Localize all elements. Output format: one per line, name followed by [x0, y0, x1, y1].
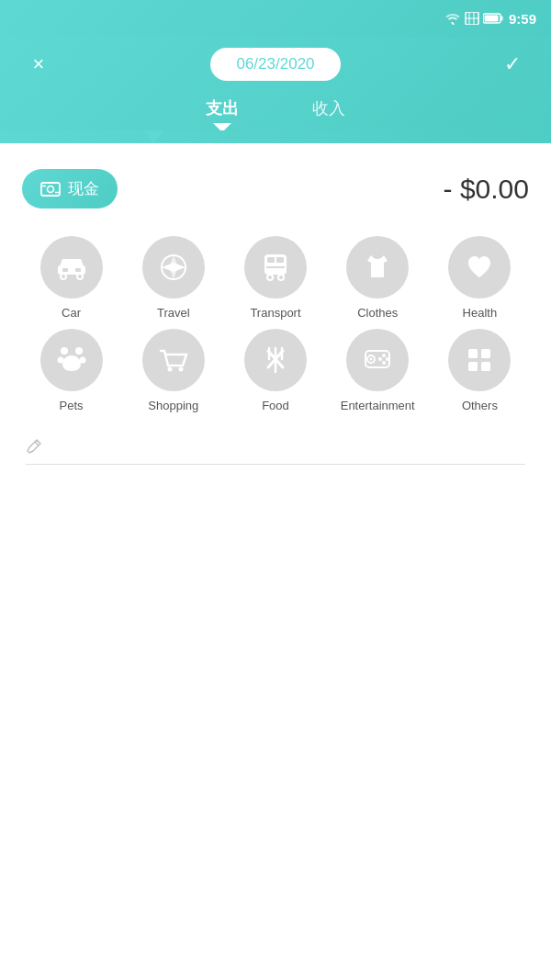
svg-rect-46: [481, 362, 490, 371]
transport-svg: [261, 251, 290, 284]
svg-line-47: [35, 442, 39, 445]
car-icon-circle: [40, 236, 103, 299]
amount-display: - $0.00: [444, 174, 529, 205]
amount-value: - $0.00: [444, 174, 529, 204]
category-shopping[interactable]: Shopping: [124, 329, 222, 412]
tab-income[interactable]: 收入: [312, 97, 345, 130]
tab-expense[interactable]: 支出: [206, 97, 239, 130]
health-icon-circle: [448, 236, 511, 299]
clothes-icon-circle: [346, 236, 409, 299]
close-button[interactable]: ×: [22, 48, 55, 81]
others-svg: [464, 344, 495, 376]
category-travel[interactable]: Travel: [124, 236, 222, 320]
shopping-svg: [157, 344, 190, 377]
svg-point-39: [382, 354, 386, 357]
status-icons: [444, 12, 503, 25]
status-bar-right: 9:59: [444, 11, 536, 27]
shopping-icon-circle: [142, 329, 205, 391]
svg-point-13: [77, 274, 83, 279]
svg-rect-7: [41, 183, 60, 196]
categories-grid: Car Travel: [22, 236, 529, 412]
svg-point-21: [267, 275, 273, 280]
entertainment-svg: [361, 344, 394, 377]
svg-rect-18: [267, 257, 275, 263]
svg-point-30: [178, 367, 183, 372]
clothes-svg: [362, 252, 393, 283]
car-svg: [55, 253, 88, 281]
note-row: [26, 438, 525, 465]
svg-rect-6: [484, 16, 498, 22]
category-clothes[interactable]: Clothes: [329, 236, 427, 320]
svg-point-25: [61, 347, 68, 355]
others-label: Others: [462, 399, 498, 412]
svg-rect-15: [75, 268, 81, 272]
travel-label: Travel: [157, 306, 190, 320]
svg-point-42: [386, 357, 389, 361]
category-transport[interactable]: Transport: [226, 236, 324, 320]
car-label: Car: [62, 306, 81, 320]
pets-svg: [55, 344, 88, 377]
food-svg: [260, 344, 291, 376]
others-icon-circle: [448, 329, 511, 391]
transport-label: Transport: [250, 306, 300, 320]
category-food[interactable]: Food: [226, 329, 324, 412]
svg-rect-44: [481, 349, 490, 358]
header: × 06/23/2020 ✓ 支出 收入: [0, 37, 551, 130]
svg-rect-45: [468, 362, 478, 371]
svg-point-40: [382, 361, 386, 365]
sim-icon: [465, 12, 479, 25]
entertainment-icon-circle: [346, 329, 409, 391]
category-health[interactable]: Health: [431, 236, 529, 320]
travel-svg: [158, 252, 189, 283]
svg-point-29: [167, 367, 172, 372]
date-badge[interactable]: 06/23/2020: [210, 48, 340, 81]
shopping-label: Shopping: [148, 399, 198, 412]
header-top: × 06/23/2020 ✓: [22, 48, 529, 81]
status-time: 9:59: [509, 11, 536, 27]
payment-label: 现金: [68, 178, 99, 199]
svg-rect-5: [500, 17, 502, 21]
svg-point-22: [278, 275, 284, 280]
confirm-button[interactable]: ✓: [496, 48, 529, 81]
svg-rect-20: [266, 266, 285, 268]
svg-rect-43: [468, 349, 478, 358]
svg-point-26: [75, 347, 83, 355]
transport-icon-circle: [244, 236, 307, 299]
svg-rect-19: [276, 257, 284, 263]
category-pets[interactable]: Pets: [22, 329, 120, 412]
pets-icon-circle: [40, 329, 103, 391]
svg-rect-14: [62, 268, 68, 272]
clothes-label: Clothes: [357, 306, 398, 320]
svg-point-12: [61, 274, 66, 279]
category-others[interactable]: Others: [431, 329, 529, 412]
cash-svg: [40, 181, 61, 197]
health-svg: [464, 252, 495, 283]
category-car[interactable]: Car: [22, 236, 120, 320]
pencil-svg: [26, 438, 42, 455]
category-entertainment[interactable]: Entertainment: [329, 329, 427, 412]
svg-point-41: [378, 357, 382, 361]
food-label: Food: [262, 399, 289, 412]
payment-row: 现金 - $0.00: [22, 169, 529, 208]
cash-icon: [40, 181, 61, 197]
pets-label: Pets: [60, 399, 84, 412]
health-label: Health: [463, 306, 498, 320]
pencil-icon: [26, 438, 42, 455]
content: 现金 - $0.00 Car: [0, 143, 551, 465]
payment-method-button[interactable]: 现金: [22, 169, 118, 208]
entertainment-label: Entertainment: [341, 399, 415, 412]
travel-icon-circle: [142, 236, 205, 299]
food-icon-circle: [244, 329, 307, 391]
header-triangle: [0, 130, 551, 143]
tabs: 支出 收入: [22, 97, 529, 130]
status-bar: 9:59: [0, 0, 551, 37]
wifi-icon: [444, 12, 461, 25]
svg-point-8: [48, 186, 54, 192]
svg-point-38: [370, 358, 373, 361]
battery-icon: [483, 13, 503, 24]
